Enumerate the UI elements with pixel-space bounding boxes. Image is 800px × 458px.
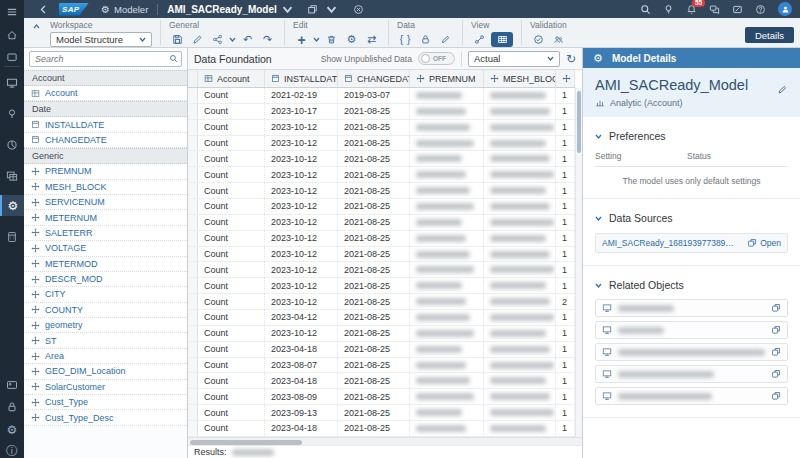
redo-icon[interactable]: ↷ (259, 32, 276, 47)
sharing-users-icon[interactable] (550, 32, 567, 47)
table-cell[interactable]: Count (198, 389, 265, 404)
table-cell[interactable]: Count (198, 167, 265, 182)
row-selector-header[interactable] (188, 70, 198, 87)
table-cell[interactable]: 2023-10-17 (265, 104, 338, 119)
table-cell[interactable] (410, 326, 484, 341)
column-header-se[interactable]: SE (556, 70, 575, 87)
dimension-item[interactable]: Area (24, 349, 187, 364)
row-selector-cell[interactable] (188, 215, 198, 230)
table-cell[interactable]: 2023-04-18 (265, 373, 338, 388)
table-cell[interactable] (484, 151, 556, 166)
data-source-link[interactable]: AMI_SACReady_1681939773891_QueryLG... (602, 238, 734, 248)
table-cell[interactable]: 2021-08-25 (338, 167, 410, 182)
table-cell[interactable]: Count (198, 326, 265, 341)
table-cell[interactable]: Count (198, 262, 265, 277)
dimension-item[interactable]: Cust_Type (24, 395, 187, 410)
table-cell[interactable]: 2021-08-25 (338, 120, 410, 135)
preferences-section-header[interactable]: Preferences (595, 130, 788, 142)
info-icon[interactable]: ⓘ (0, 441, 24, 458)
table-cell[interactable] (410, 421, 484, 436)
table-cell[interactable] (484, 247, 556, 262)
table-cell[interactable]: 2021-08-25 (338, 215, 410, 230)
horizontal-scrollbar[interactable] (188, 437, 582, 445)
table-cell[interactable]: 1 (556, 310, 575, 325)
table-cell[interactable]: 2021-08-25 (338, 421, 410, 436)
share-icon[interactable] (209, 32, 226, 47)
table-cell[interactable]: 2023-10-12 (265, 167, 338, 182)
row-selector-cell[interactable] (188, 421, 198, 436)
table-row[interactable]: Count2023-04-122021-08-251 (188, 310, 575, 326)
table-cell[interactable]: Count (198, 421, 265, 436)
user-avatar[interactable] (778, 2, 792, 16)
table-cell[interactable]: 2021-08-25 (338, 389, 410, 404)
column-header-changedate[interactable]: CHANGEDATE (338, 70, 410, 87)
dimension-item[interactable]: SALETERR (24, 226, 187, 241)
table-cell[interactable]: Count (198, 88, 265, 103)
edit-model-icon[interactable] (777, 84, 788, 95)
refresh-icon[interactable]: ↻ (566, 52, 576, 66)
table-cell[interactable] (410, 151, 484, 166)
table-cell[interactable] (484, 421, 556, 436)
dimension-item[interactable]: INSTALLDATE (24, 117, 187, 132)
table-cell[interactable]: 1 (556, 342, 575, 357)
table-cell[interactable]: 2023-08-07 (265, 358, 338, 373)
delete-icon[interactable] (323, 32, 340, 47)
dimension-item[interactable]: GEO_DIM_Location (24, 364, 187, 379)
table-row[interactable]: Count2023-10-122021-08-251 (188, 136, 575, 152)
security-lock-icon[interactable] (0, 396, 24, 417)
data-sources-section-header[interactable]: Data Sources (595, 212, 788, 224)
open-data-source-button[interactable]: Open (747, 238, 781, 248)
table-cell[interactable] (484, 389, 556, 404)
table-cell[interactable]: 2021-08-25 (338, 278, 410, 293)
related-object-item[interactable] (595, 299, 788, 317)
table-cell[interactable]: Count (198, 278, 265, 293)
table-cell[interactable]: 2021-08-25 (338, 294, 410, 309)
table-cell[interactable] (410, 294, 484, 309)
table-cell[interactable] (410, 247, 484, 262)
row-selector-cell[interactable] (188, 231, 198, 246)
row-selector-cell[interactable] (188, 262, 198, 277)
row-selector-cell[interactable] (188, 405, 198, 420)
table-cell[interactable] (410, 215, 484, 230)
table-cell[interactable]: Count (198, 104, 265, 119)
chevron-down-icon[interactable] (282, 4, 293, 15)
table-cell[interactable]: 2021-08-25 (338, 405, 410, 420)
table-row[interactable]: Count2023-08-092021-08-251 (188, 389, 575, 405)
chevron-down-icon[interactable] (326, 4, 337, 15)
ideas-bulb-icon[interactable] (663, 4, 674, 15)
table-row[interactable]: Count2023-08-072021-08-251 (188, 358, 575, 374)
table-cell[interactable]: 2021-08-25 (338, 104, 410, 119)
row-selector-cell[interactable] (188, 167, 198, 182)
table-cell[interactable]: 2023-10-12 (265, 151, 338, 166)
edit-tool-icon[interactable] (189, 32, 206, 47)
search-icon[interactable] (169, 54, 178, 63)
table-row[interactable]: Count2023-04-182021-08-251 (188, 421, 575, 437)
table-cell[interactable]: 2021-08-25 (338, 342, 410, 357)
show-unpublished-toggle[interactable]: OFF (418, 52, 455, 65)
vertical-scrollbar[interactable] (575, 88, 582, 437)
table-cell[interactable]: 2023-04-18 (265, 421, 338, 436)
table-cell[interactable]: 2021-08-25 (338, 151, 410, 166)
nav-stories-icon[interactable] (0, 72, 24, 93)
table-cell[interactable] (484, 405, 556, 420)
row-selector-cell[interactable] (188, 151, 198, 166)
table-cell[interactable] (410, 88, 484, 103)
table-row[interactable]: Count2023-10-122021-08-251 (188, 326, 575, 342)
table-row[interactable]: Count2023-10-172021-08-251 (188, 104, 575, 120)
table-cell[interactable] (484, 294, 556, 309)
table-cell[interactable]: 2023-10-12 (265, 247, 338, 262)
table-cell[interactable]: Count (198, 310, 265, 325)
table-cell[interactable]: 2023-10-12 (265, 278, 338, 293)
table-cell[interactable] (484, 120, 556, 135)
help-icon[interactable] (755, 4, 766, 15)
table-cell[interactable] (484, 215, 556, 230)
table-cell[interactable]: 2023-09-13 (265, 405, 338, 420)
table-cell[interactable]: Count (198, 247, 265, 262)
table-cell[interactable]: 1 (556, 389, 575, 404)
table-cell[interactable]: 1 (556, 215, 575, 230)
table-cell[interactable]: Count (198, 199, 265, 214)
collapse-toolbar-icon[interactable] (28, 18, 44, 47)
table-cell[interactable]: 2021-02-19 (265, 88, 338, 103)
table-cell[interactable] (484, 136, 556, 151)
table-cell[interactable] (484, 231, 556, 246)
